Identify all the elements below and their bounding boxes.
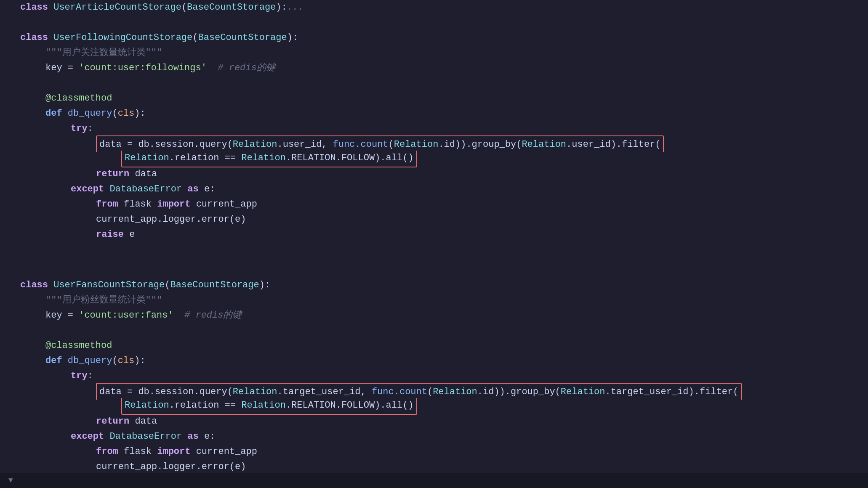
line-content-17 [17, 263, 868, 278]
code-line-2 [0, 15, 868, 30]
line-content-29: except DatabaseError as e: [17, 429, 868, 444]
line-content-12: return data [17, 167, 868, 182]
bottom-bar: ▼ [0, 473, 868, 488]
line-content-21: key = 'count:user:fans' # redis的键 [17, 308, 868, 323]
line-content-9: try: [17, 121, 868, 136]
line-content-14: from flask import current_app [17, 197, 868, 212]
code-line-7: @classmethod [0, 91, 868, 106]
line-content-22 [17, 323, 868, 338]
code-line-24: def db_query(cls): [0, 353, 868, 369]
gutter-23 [0, 338, 17, 353]
section-divider [0, 245, 868, 260]
code-editor: class UserArticleCountStorage(BaseCountS… [0, 0, 868, 488]
gutter-7 [0, 91, 17, 106]
line-content-2 [17, 15, 868, 30]
line-content-20: """用户粉丝数量统计类""" [17, 293, 868, 308]
code-line-3: class UserFollowingCountStorage(BaseCoun… [0, 30, 868, 45]
code-line-31: current_app.logger.error(e) [0, 459, 868, 475]
code-line-27: Relation.relation == Relation.RELATION.F… [0, 399, 868, 414]
gutter-14 [0, 197, 17, 212]
line-content-26: data = db.session.query(Relation.target_… [17, 384, 868, 399]
code-line-29: except DatabaseError as e: [0, 429, 868, 444]
code-line-9: try: [0, 121, 868, 136]
gutter-4 [0, 45, 17, 61]
code-line-13: except DatabaseError as e: [0, 182, 868, 197]
keyword-class: class [20, 0, 53, 15]
line-content-27: Relation.relation == Relation.RELATION.F… [17, 399, 868, 414]
gutter-3 [0, 30, 17, 45]
bottom-indicator: ▼ [8, 475, 13, 487]
gutter-15 [0, 212, 17, 227]
code-line-20: """用户粉丝数量统计类""" [0, 293, 868, 308]
gutter-29 [0, 429, 17, 444]
gutter-16 [0, 227, 17, 242]
line-content-5: key = 'count:user:followings' # redis的键 [17, 61, 868, 76]
line-content-10: data = db.session.query(Relation.user_id… [17, 136, 868, 151]
code-line-12: return data [0, 167, 868, 182]
code-line-30: from flask import current_app [0, 444, 868, 459]
gutter-10 [0, 136, 17, 151]
gutter-21 [0, 308, 17, 323]
code-line-15: current_app.logger.error(e) [0, 212, 868, 227]
gutter-24 [0, 353, 17, 369]
line-content-6 [17, 76, 868, 91]
line-content-11: Relation.relation == Relation.RELATION.F… [17, 151, 868, 167]
line-content-28: return data [17, 414, 868, 429]
line-content-23: @classmethod [17, 338, 868, 353]
code-line-11: Relation.relation == Relation.RELATION.F… [0, 151, 868, 167]
classname-userarticle: UserArticleCountStorage [53, 0, 181, 15]
code-line-23: @classmethod [0, 338, 868, 353]
gutter-20 [0, 293, 17, 308]
line-content-13: except DatabaseError as e: [17, 182, 868, 197]
code-line-1: class UserArticleCountStorage(BaseCountS… [0, 0, 868, 15]
line-content-16: raise e [17, 227, 868, 242]
gutter-17 [0, 263, 17, 278]
gutter-28 [0, 414, 17, 429]
code-line-22 [0, 323, 868, 338]
line-content-24: def db_query(cls): [17, 353, 868, 369]
code-line-25: try: [0, 369, 868, 384]
gutter-22 [0, 323, 17, 338]
gutter-13 [0, 182, 17, 197]
code-line-16: raise e [0, 227, 868, 242]
gutter-1 [0, 0, 17, 15]
gutter-6 [0, 76, 17, 91]
code-line-21: key = 'count:user:fans' # redis的键 [0, 308, 868, 323]
line-content-3: class UserFollowingCountStorage(BaseCoun… [17, 30, 868, 45]
gutter-26 [0, 384, 17, 399]
line-content-4: """用户关注数量统计类""" [17, 45, 868, 61]
code-line-6 [0, 76, 868, 91]
gutter-31 [0, 459, 17, 475]
gutter-5 [0, 61, 17, 76]
code-line-10: data = db.session.query(Relation.user_id… [0, 136, 868, 151]
gutter-19 [0, 278, 17, 293]
code-line-14: from flask import current_app [0, 197, 868, 212]
line-content-7: @classmethod [17, 91, 868, 106]
line-content-19: class UserFansCountStorage(BaseCountStor… [17, 278, 868, 293]
code-line-5: key = 'count:user:followings' # redis的键 [0, 61, 868, 76]
gutter-8 [0, 106, 17, 121]
gutter-11 [0, 151, 17, 167]
line-content-31: current_app.logger.error(e) [17, 459, 868, 475]
gutter-9 [0, 121, 17, 136]
code-line-19: class UserFansCountStorage(BaseCountStor… [0, 278, 868, 293]
line-content-1: class UserArticleCountStorage(BaseCountS… [17, 0, 868, 15]
line-content-8: def db_query(cls): [17, 106, 868, 121]
gutter-27 [0, 399, 17, 414]
line-content-25: try: [17, 369, 868, 384]
line-content-15: current_app.logger.error(e) [17, 212, 868, 227]
gutter-2 [0, 15, 17, 30]
line-content-30: from flask import current_app [17, 444, 868, 459]
gutter-25 [0, 369, 17, 384]
gutter-30 [0, 444, 17, 459]
code-line-4: """用户关注数量统计类""" [0, 45, 868, 61]
code-line-17 [0, 263, 868, 278]
code-line-26: data = db.session.query(Relation.target_… [0, 384, 868, 399]
code-line-8: def db_query(cls): [0, 106, 868, 121]
gutter-12 [0, 167, 17, 182]
code-line-28: return data [0, 414, 868, 429]
bottom-arrow: ▼ [8, 475, 13, 487]
